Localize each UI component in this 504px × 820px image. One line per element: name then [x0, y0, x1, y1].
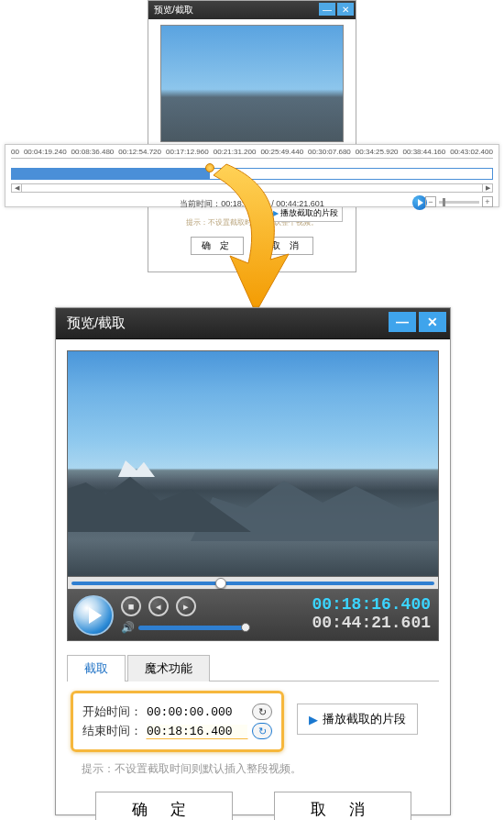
zoom-out-button[interactable]: − — [425, 196, 436, 207]
cancel-button[interactable]: 取 消 — [260, 237, 313, 255]
cancel-label: 取 消 — [311, 799, 374, 820]
title: 预览/截取 — [67, 315, 126, 332]
tick-label: 00 — [11, 148, 19, 156]
zoom-slider[interactable] — [439, 201, 479, 204]
timeline-track[interactable] — [11, 168, 493, 180]
timeline-current-time: 当前时间：00:18:16.240 / 00:44:21.601 — [180, 198, 324, 210]
seek-bar[interactable] — [67, 577, 439, 590]
close-button[interactable]: ✕ — [419, 312, 446, 332]
end-time-input[interactable] — [146, 724, 248, 739]
tab-label: 截取 — [84, 661, 108, 675]
timeline-scrollbar[interactable]: ◀ ▶ — [11, 183, 493, 193]
timeline-scale — [11, 158, 493, 167]
ok-label: 确 定 — [132, 799, 195, 820]
cancel-label: 取 消 — [271, 239, 303, 252]
stop-button[interactable]: ■ — [121, 596, 141, 616]
video-preview — [160, 25, 344, 142]
zoom-controls: − + — [425, 196, 493, 207]
tick-label: 00:21:31.200 — [214, 148, 257, 156]
step-back-button[interactable]: ◂ — [148, 596, 169, 616]
step-forward-button[interactable]: ▸ — [176, 596, 196, 616]
seek-knob[interactable] — [215, 578, 226, 589]
volume-knob[interactable] — [241, 623, 250, 632]
play-icon: ▶ — [309, 713, 318, 726]
tick-label: 00:25:49.440 — [260, 148, 303, 156]
start-time-input[interactable] — [146, 704, 248, 720]
tick-label: 00:04:19.240 — [24, 148, 67, 156]
tab-magic[interactable]: 魔术功能 — [127, 655, 210, 681]
current-time-value: 00:18:16.240 / 00:44:21.601 — [221, 199, 324, 208]
play-button[interactable] — [73, 595, 114, 636]
total-time: 00:44:21.601 — [312, 614, 431, 632]
tick-label: 00:30:07.680 — [308, 148, 351, 156]
time-display: 00:18:16.400 00:44:21.601 — [312, 595, 431, 632]
tick-label: 00:12:54.720 — [118, 148, 161, 156]
volume-slider[interactable] — [138, 626, 247, 630]
small-preview-dialog: 预览/截取 — ✕ 当前时间：00:18:16.240 / 00:44:21.6… — [148, 0, 356, 272]
tick-label: 00:34:25.920 — [356, 148, 399, 156]
large-preview-dialog: 预览/截取 — ✕ ■ ◂ ▸ 🔊 — [55, 307, 451, 815]
tab-label: 魔术功能 — [145, 661, 192, 675]
video-preview — [67, 350, 439, 577]
scroll-right-button[interactable]: ▶ — [482, 183, 493, 193]
zoom-in-button[interactable]: + — [482, 196, 493, 207]
time-highlight-box: 开始时间： ↻ 结束时间： ↻ — [71, 691, 284, 752]
play-clip-label: 播放截取的片段 — [323, 711, 406, 727]
ok-label: 确 定 — [202, 239, 234, 252]
minimize-button[interactable]: — — [389, 312, 416, 332]
tab-clip[interactable]: 截取 — [67, 655, 126, 681]
tick-label: 00:43:02.400 — [450, 148, 493, 156]
tab-row: 截取 魔术功能 — [67, 654, 439, 681]
hint-text: 提示：不设置截取时间则默认插入整段视频。 — [82, 761, 439, 777]
ok-button[interactable]: 确 定 — [95, 792, 233, 820]
titlebar: 预览/截取 — ✕ — [148, 1, 356, 19]
minimize-button[interactable]: — — [319, 3, 335, 16]
player-controls: ■ ◂ ▸ 🔊 00:18:16.400 00:44:21.601 — [67, 590, 439, 641]
end-time-row: 结束时间： ↻ — [82, 723, 272, 739]
timeline-panel: 00 00:04:19.240 00:08:36.480 00:12:54.72… — [5, 144, 499, 207]
tick-label: 00:08:36.480 — [71, 148, 115, 156]
tick-label: 00:17:12.960 — [166, 148, 209, 156]
titlebar: 预览/截取 — ✕ — [56, 308, 450, 339]
tick-label: 00:38:44.160 — [403, 148, 446, 156]
scroll-track[interactable] — [22, 183, 482, 193]
cancel-button[interactable]: 取 消 — [274, 792, 411, 820]
timeline-handle[interactable] — [205, 163, 214, 172]
start-time-label: 开始时间： — [82, 704, 142, 720]
scroll-left-button[interactable]: ◀ — [11, 183, 22, 193]
close-button[interactable]: ✕ — [337, 3, 354, 16]
volume-icon: 🔊 — [121, 621, 135, 634]
current-time: 00:18:16.400 — [312, 595, 431, 614]
current-time-label: 当前时间： — [180, 199, 221, 208]
set-start-to-current-button[interactable]: ↻ — [252, 704, 272, 720]
timeline-fill — [12, 169, 210, 179]
end-time-label: 结束时间： — [82, 723, 142, 739]
play-clip-button[interactable]: ▶ 播放截取的片段 — [297, 704, 418, 735]
timeline-tick-labels: 00 00:04:19.240 00:08:36.480 00:12:54.72… — [5, 145, 499, 156]
start-time-row: 开始时间： ↻ — [82, 704, 272, 720]
set-end-to-current-button[interactable]: ↻ — [252, 723, 272, 739]
title: 预览/截取 — [154, 4, 193, 17]
ok-button[interactable]: 确 定 — [191, 237, 244, 255]
